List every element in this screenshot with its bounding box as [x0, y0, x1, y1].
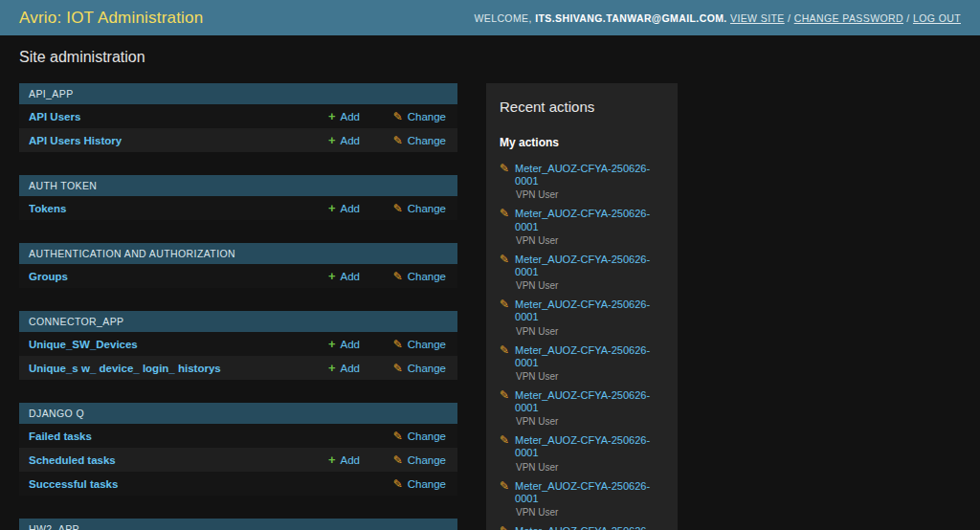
recent-action-link[interactable]: Meter_AUOZ-CFYA-250626-0001 [515, 208, 664, 232]
add-plus-icon: + [328, 453, 336, 466]
recent-action-line: ✎Meter_AUOZ-CFYA-250626-0001 [500, 525, 664, 530]
recent-action-item: ✎Meter_AUOZ-CFYA-250626-0001VPN User [500, 208, 664, 245]
add-cell: +Add [299, 270, 360, 282]
model-row-api-users-history: API Users History+Add✎Change [19, 128, 457, 152]
add-cell: +Add [299, 202, 360, 214]
model-link-unique-sw-devices[interactable]: Unique_SW_Devices [29, 339, 299, 350]
module-django-q: DJANGO QFailed tasks✎ChangeScheduled tas… [19, 403, 457, 496]
add-link-unique-sw-devices[interactable]: +Add [328, 338, 360, 350]
recent-pencil-icon: ✎ [500, 298, 509, 310]
model-row-unique-sw-devices: Unique_SW_Devices+Add✎Change [19, 332, 457, 356]
change-cell: ✎Change [371, 271, 446, 282]
recent-action-link[interactable]: Meter_AUOZ-CFYA-250626-0001 [515, 389, 664, 414]
add-cell: +Add [299, 338, 360, 350]
header-link-log-out[interactable]: LOG OUT [913, 12, 961, 24]
change-link-scheduled-tasks[interactable]: ✎Change [393, 454, 446, 466]
recent-action-line: ✎Meter_AUOZ-CFYA-250626-0001 [500, 298, 664, 323]
recent-action-item: ✎Meter_AUOZ-CFYA-250626-0001VPN User [500, 480, 664, 518]
recent-actions-panel: Recent actions My actions ✎Meter_AUOZ-CF… [486, 83, 678, 530]
change-cell: ✎Change [371, 363, 446, 374]
module-caption-auth-token[interactable]: AUTH TOKEN [19, 175, 457, 196]
module-caption-authentication-and-authorization[interactable]: AUTHENTICATION AND AUTHORIZATION [19, 243, 457, 264]
module-auth-token: AUTH TOKENTokens+Add✎Change [19, 175, 457, 220]
change-link-unique-sw-devices[interactable]: ✎Change [393, 339, 446, 350]
recent-action-link[interactable]: Meter_AUOZ-CFYA-250626-0001 [515, 163, 664, 188]
recent-action-meta: VPN User [516, 189, 664, 200]
add-plus-icon: + [328, 110, 336, 122]
model-row-groups: Groups+Add✎Change [19, 264, 457, 288]
change-link-api-users-history[interactable]: ✎Change [393, 135, 446, 146]
model-link-api-users-history[interactable]: API Users History [29, 135, 299, 146]
recent-action-link[interactable]: Meter_AUOZ-CFYA-250626-0001 [515, 525, 664, 530]
add-link-tokens[interactable]: +Add [328, 202, 360, 214]
module-hw2-app: HW2_APP [19, 519, 457, 530]
add-cell: +Add [299, 453, 360, 466]
page-title: Site administration [19, 49, 961, 66]
add-link-api-users[interactable]: +Add [328, 110, 360, 122]
recent-action-item: ✎Meter_AUOZ-CFYA-250626-0001VPN User [500, 163, 664, 200]
change-cell: ✎Change [371, 135, 446, 146]
model-link-scheduled-tasks[interactable]: Scheduled tasks [29, 454, 299, 466]
header-link-view-site[interactable]: VIEW SITE [730, 12, 785, 24]
recent-action-link[interactable]: Meter_AUOZ-CFYA-250626-0001 [515, 298, 664, 323]
recent-action-line: ✎Meter_AUOZ-CFYA-250626-0001 [500, 434, 664, 459]
model-link-failed-tasks[interactable]: Failed tasks [29, 431, 299, 442]
branding-bar: Avrio: IOT Administration WELCOME, ITS.S… [0, 0, 980, 35]
recent-action-link[interactable]: Meter_AUOZ-CFYA-250626-0001 [515, 254, 664, 278]
recent-action-link[interactable]: Meter_AUOZ-CFYA-250626-0001 [515, 434, 664, 459]
change-link-failed-tasks[interactable]: ✎Change [393, 431, 446, 442]
change-link-api-users[interactable]: ✎Change [393, 111, 446, 122]
module-api-app: API_APPAPI Users+Add✎ChangeAPI Users His… [19, 83, 457, 152]
module-caption-hw2-app[interactable]: HW2_APP [19, 519, 457, 530]
change-link-groups[interactable]: ✎Change [393, 271, 446, 282]
recent-action-item: ✎Meter_AUOZ-CFYA-250626-0001VPN User [500, 254, 664, 291]
welcome-label: WELCOME, [474, 12, 531, 24]
app-title[interactable]: Avrio: IOT Administration [19, 9, 203, 28]
recent-action-meta: VPN User [516, 371, 664, 382]
add-link-groups[interactable]: +Add [328, 270, 360, 282]
recent-pencil-icon: ✎ [500, 480, 509, 492]
change-link-unique-s-w-device-login-historys[interactable]: ✎Change [393, 363, 446, 374]
add-plus-icon: + [328, 338, 336, 350]
module-caption-django-q[interactable]: DJANGO Q [19, 403, 457, 424]
my-actions-title: My actions [500, 136, 664, 149]
model-link-api-users[interactable]: API Users [29, 111, 299, 122]
change-cell: ✎Change [371, 454, 446, 466]
add-cell: +Add [299, 134, 360, 146]
change-cell: ✎Change [371, 431, 446, 442]
add-link-unique-s-w-device-login-historys[interactable]: +Add [328, 362, 360, 374]
recent-action-line: ✎Meter_AUOZ-CFYA-250626-0001 [500, 254, 664, 278]
model-row-failed-tasks: Failed tasks✎Change [19, 424, 457, 448]
add-plus-icon: + [328, 202, 336, 214]
recent-actions-list: ✎Meter_AUOZ-CFYA-250626-0001VPN User✎Met… [500, 163, 664, 530]
recent-action-line: ✎Meter_AUOZ-CFYA-250626-0001 [500, 163, 664, 188]
model-link-groups[interactable]: Groups [29, 271, 299, 282]
main-layout: API_APPAPI Users+Add✎ChangeAPI Users His… [19, 83, 961, 530]
change-link-successful-tasks[interactable]: ✎Change [393, 478, 446, 490]
recent-action-line: ✎Meter_AUOZ-CFYA-250626-0001 [500, 389, 664, 414]
add-link-scheduled-tasks[interactable]: +Add [328, 453, 360, 466]
model-link-tokens[interactable]: Tokens [29, 203, 299, 214]
module-caption-api-app[interactable]: API_APP [19, 83, 457, 104]
change-pencil-icon: ✎ [393, 431, 403, 442]
model-link-successful-tasks[interactable]: Successful tasks [29, 478, 299, 490]
model-row-api-users: API Users+Add✎Change [19, 104, 457, 128]
change-link-tokens[interactable]: ✎Change [393, 203, 446, 214]
recent-action-line: ✎Meter_AUOZ-CFYA-250626-0001 [500, 480, 664, 505]
change-pencil-icon: ✎ [393, 135, 403, 146]
recent-actions-title: Recent actions [500, 99, 664, 115]
recent-pencil-icon: ✎ [500, 208, 509, 219]
add-link-api-users-history[interactable]: +Add [328, 134, 360, 146]
model-row-scheduled-tasks: Scheduled tasks+Add✎Change [19, 448, 457, 472]
recent-action-meta: VPN User [516, 326, 664, 337]
add-cell: +Add [299, 362, 360, 374]
modules-column: API_APPAPI Users+Add✎ChangeAPI Users His… [19, 83, 457, 530]
recent-action-link[interactable]: Meter_AUOZ-CFYA-250626-0001 [515, 344, 664, 369]
module-caption-connector-app[interactable]: CONNECTOR_APP [19, 311, 457, 332]
recent-action-item: ✎Meter_AUOZ-CFYA-250626-0001VPN User [500, 344, 664, 382]
change-cell: ✎Change [371, 203, 446, 214]
recent-action-meta: VPN User [516, 280, 664, 291]
recent-action-link[interactable]: Meter_AUOZ-CFYA-250626-0001 [515, 480, 664, 505]
model-link-unique-s-w-device-login-historys[interactable]: Unique_s w_ device_ login_ historys [29, 363, 299, 374]
header-link-change-password[interactable]: CHANGE PASSWORD [794, 12, 903, 24]
